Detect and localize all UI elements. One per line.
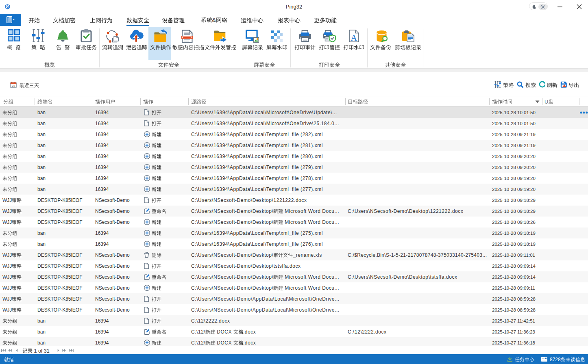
svg-text:A: A xyxy=(351,32,357,42)
svg-text:23: 23 xyxy=(12,84,15,88)
